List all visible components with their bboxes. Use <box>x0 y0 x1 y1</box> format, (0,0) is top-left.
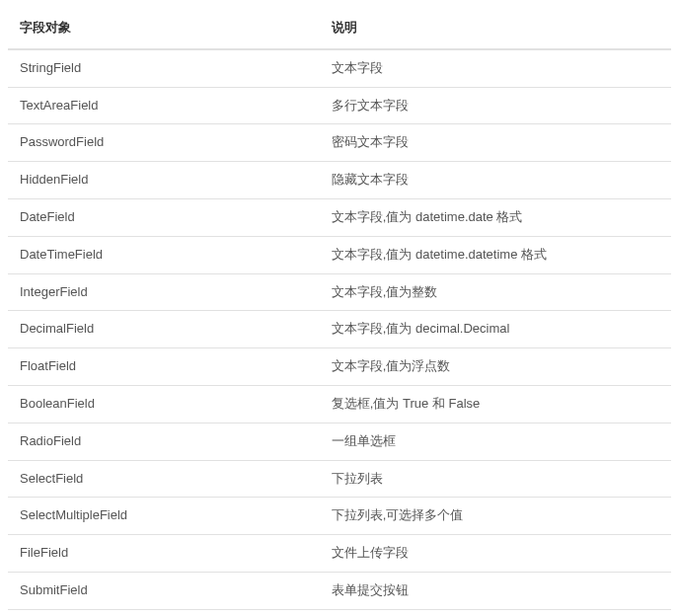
cell-description: 文件上传字段 <box>320 535 671 573</box>
table-row: BooleanField复选框,值为 True 和 False <box>8 385 671 423</box>
cell-description: 文本字段,值为 datetime.date 格式 <box>320 198 671 236</box>
cell-field: BooleanField <box>8 385 320 423</box>
table-row: TextAreaField多行文本字段 <box>8 87 671 124</box>
cell-description: 一组单选框 <box>320 423 671 460</box>
cell-description: 文本字段,值为浮点数 <box>320 348 671 386</box>
cell-field: DateField <box>8 198 320 236</box>
cell-field: StringField <box>8 49 320 87</box>
cell-field: DecimalField <box>8 311 320 348</box>
table-row: FormField把表单作为字段嵌入另一个表单 <box>8 609 671 616</box>
cell-description: 隐藏文本字段 <box>320 162 671 199</box>
table-row: SelectMultipleField下拉列表,可选择多个值 <box>8 498 671 535</box>
table-header-row: 字段对象 说明 <box>8 8 671 49</box>
cell-description: 密码文本字段 <box>320 124 671 162</box>
table-row: PasswordField密码文本字段 <box>8 124 671 162</box>
table-row: FloatField文本字段,值为浮点数 <box>8 348 671 386</box>
cell-description: 文本字段,值为 decimal.Decimal <box>320 311 671 348</box>
table-row: DateTimeField文本字段,值为 datetime.datetime 格… <box>8 236 671 273</box>
cell-description: 文本字段,值为 datetime.datetime 格式 <box>320 236 671 273</box>
cell-field: RadioField <box>8 423 320 460</box>
cell-field: HiddenField <box>8 162 320 199</box>
cell-field: SubmitField <box>8 572 320 609</box>
cell-field: FloatField <box>8 348 320 386</box>
header-field: 字段对象 <box>8 8 320 49</box>
cell-description: 下拉列表,可选择多个值 <box>320 498 671 535</box>
table-row: StringField文本字段 <box>8 49 671 87</box>
cell-description: 文本字段,值为整数 <box>320 273 671 311</box>
header-description: 说明 <box>320 8 671 49</box>
table-row: FileField文件上传字段 <box>8 535 671 573</box>
table-row: SubmitField表单提交按钮 <box>8 572 671 609</box>
cell-field: DateTimeField <box>8 236 320 273</box>
cell-field: TextAreaField <box>8 87 320 124</box>
cell-field: FileField <box>8 535 320 573</box>
cell-description: 多行文本字段 <box>320 87 671 124</box>
cell-field: PasswordField <box>8 124 320 162</box>
table-row: RadioField一组单选框 <box>8 423 671 460</box>
cell-field: FormField <box>8 609 320 616</box>
cell-description: 文本字段 <box>320 49 671 87</box>
cell-description: 复选框,值为 True 和 False <box>320 385 671 423</box>
table-row: DateField文本字段,值为 datetime.date 格式 <box>8 198 671 236</box>
table-row: IntegerField文本字段,值为整数 <box>8 273 671 311</box>
cell-description: 把表单作为字段嵌入另一个表单 <box>320 609 671 616</box>
table-row: DecimalField文本字段,值为 decimal.Decimal <box>8 311 671 348</box>
cell-field: IntegerField <box>8 273 320 311</box>
field-object-table: 字段对象 说明 StringField文本字段TextAreaField多行文本… <box>8 8 671 616</box>
cell-field: SelectMultipleField <box>8 498 320 535</box>
cell-description: 下拉列表 <box>320 460 671 498</box>
table-row: SelectField下拉列表 <box>8 460 671 498</box>
cell-description: 表单提交按钮 <box>320 572 671 609</box>
cell-field: SelectField <box>8 460 320 498</box>
table-row: HiddenField隐藏文本字段 <box>8 162 671 199</box>
table-body: StringField文本字段TextAreaField多行文本字段Passwo… <box>8 49 671 616</box>
